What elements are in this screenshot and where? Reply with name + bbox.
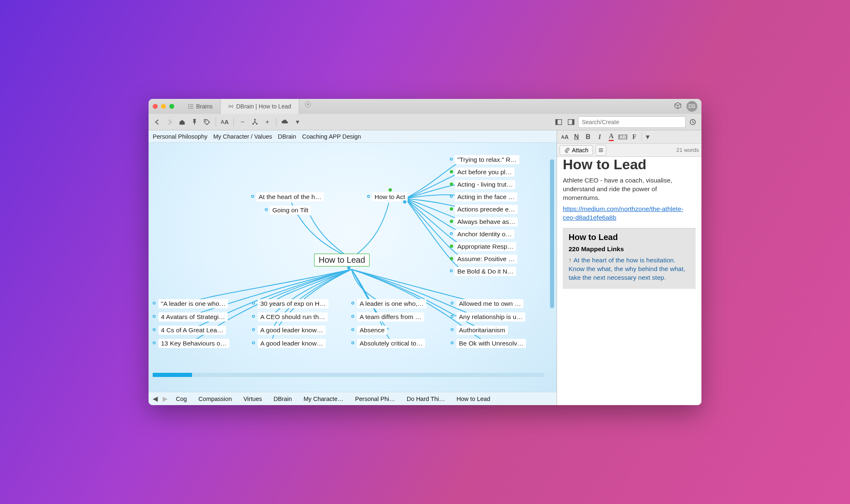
sibling-thought[interactable]: Act before you pl… xyxy=(455,168,514,177)
parent-thought[interactable]: How to Act xyxy=(372,192,408,202)
nav-forward-icon[interactable] xyxy=(164,117,175,127)
child-thought[interactable]: A good leader know… xyxy=(258,326,326,335)
pin-icon[interactable] xyxy=(189,117,200,127)
node-gate[interactable] xyxy=(351,302,354,305)
vertical-scrollbar[interactable] xyxy=(550,159,554,359)
history-item[interactable]: Virtues xyxy=(238,396,267,402)
node-gate[interactable] xyxy=(252,341,255,344)
node-gate[interactable] xyxy=(252,302,255,305)
sibling-thought[interactable]: Assume: Positive … xyxy=(455,254,517,264)
maximize-window[interactable] xyxy=(169,104,174,109)
child-thought[interactable]: Absolutely critical to… xyxy=(357,339,425,348)
notes-editor[interactable]: How to Lead Athlete CEO - have a coach, … xyxy=(557,157,701,405)
normal-style-icon[interactable]: N xyxy=(571,132,582,142)
child-thought[interactable]: Allowed me to own … xyxy=(456,299,523,308)
history-item[interactable]: Cog xyxy=(171,396,192,402)
brainbox-icon[interactable] xyxy=(673,102,682,111)
sibling-thought[interactable]: Appropriate Resp… xyxy=(455,242,516,251)
attach-button[interactable]: Attach xyxy=(559,145,593,155)
sibling-thought[interactable]: "Trying to relax." R… xyxy=(455,155,519,164)
node-gate[interactable] xyxy=(450,170,453,173)
breadcrumb-item[interactable]: Coaching APP Design xyxy=(302,133,361,140)
sibling-thought[interactable]: Always behave as… xyxy=(455,217,518,226)
menu-icon[interactable] xyxy=(595,145,606,156)
breadcrumb-item[interactable]: DBrain xyxy=(278,133,296,140)
child-thought[interactable]: 30 years of exp on H… xyxy=(258,299,329,308)
panel-right-icon[interactable] xyxy=(566,117,576,127)
dropdown-icon[interactable]: ▾ xyxy=(292,117,303,127)
tab-how-to-lead[interactable]: DBrain | How to Lead xyxy=(221,99,299,114)
text-size-icon[interactable]: AA xyxy=(219,117,230,127)
node-gate[interactable] xyxy=(450,195,453,198)
child-thought[interactable]: A leader is one who,… xyxy=(357,299,426,308)
child-thought[interactable]: "A leader is one who… xyxy=(158,299,228,308)
clock-icon[interactable] xyxy=(687,117,698,127)
node-gate[interactable] xyxy=(451,302,454,305)
sibling-thought[interactable]: Anchor Identity o… xyxy=(455,230,514,239)
history-back-icon[interactable]: ◀ xyxy=(151,395,159,403)
sibling-thought[interactable]: Acting - living trut… xyxy=(455,180,515,189)
collapse-icon[interactable]: − xyxy=(237,117,248,127)
child-thought[interactable]: Authoritarianism xyxy=(456,326,508,335)
child-thought[interactable]: Be Ok with Unresolv… xyxy=(456,339,526,348)
nav-back-icon[interactable] xyxy=(152,117,163,127)
graph-icon[interactable] xyxy=(250,117,260,127)
node-gate[interactable] xyxy=(389,188,392,192)
sibling-thought[interactable]: Actions precede e… xyxy=(455,205,518,214)
center-thought[interactable]: How to Lead xyxy=(314,254,370,266)
node-gate[interactable] xyxy=(265,208,268,211)
node-gate[interactable] xyxy=(251,195,254,198)
parent-thought[interactable]: At the heart of the h… xyxy=(256,192,324,202)
parent-thought[interactable]: Going on Tilt xyxy=(270,206,311,215)
history-item[interactable]: Compassion xyxy=(194,396,237,402)
font-icon[interactable]: F xyxy=(629,132,640,142)
highlight-icon[interactable]: AB xyxy=(617,132,628,142)
node-gate[interactable] xyxy=(351,328,354,331)
child-thought[interactable]: Absence xyxy=(357,326,387,335)
node-gate[interactable] xyxy=(153,341,156,344)
history-item[interactable]: DBrain xyxy=(269,396,297,402)
node-gate[interactable] xyxy=(347,266,351,269)
breadcrumb-item[interactable]: Personal Philosophy xyxy=(153,133,207,140)
breadcrumb-item[interactable]: My Character / Values xyxy=(213,133,272,140)
node-gate[interactable] xyxy=(451,341,454,344)
text-color-icon[interactable]: A xyxy=(606,132,617,142)
node-gate[interactable] xyxy=(451,315,454,318)
node-gate[interactable] xyxy=(451,328,454,331)
node-gate[interactable] xyxy=(403,200,406,204)
user-avatar[interactable]: DS xyxy=(687,101,697,112)
text-size-icon[interactable]: AA xyxy=(559,132,570,142)
node-gate[interactable] xyxy=(252,328,255,331)
node-gate[interactable] xyxy=(153,328,156,331)
history-forward-icon[interactable]: ▶ xyxy=(161,395,169,403)
node-gate[interactable] xyxy=(450,158,453,161)
horizontal-scrollbar[interactable] xyxy=(153,373,544,377)
child-thought[interactable]: 4 Cs of A Great Lea… xyxy=(158,326,226,335)
related-link-item[interactable]: ↑At the heart of the how is hesitation. … xyxy=(569,256,690,282)
cloud-icon[interactable] xyxy=(280,117,291,127)
tab-brains[interactable]: Brains xyxy=(180,99,221,114)
bold-icon[interactable]: B xyxy=(583,132,593,142)
sibling-thought[interactable]: Acting in the face … xyxy=(455,192,517,202)
italic-icon[interactable]: I xyxy=(594,132,605,142)
home-icon[interactable] xyxy=(177,117,187,127)
search-input[interactable] xyxy=(582,119,682,125)
search-field[interactable] xyxy=(578,116,686,128)
history-item[interactable]: How to Lead xyxy=(451,396,495,402)
format-dropdown-icon[interactable]: ▾ xyxy=(644,132,652,142)
history-item[interactable]: Personal Phi… xyxy=(350,396,400,402)
child-thought[interactable]: Any relationship is u… xyxy=(456,312,525,322)
minimize-window[interactable] xyxy=(161,104,166,109)
node-gate[interactable] xyxy=(153,302,156,305)
expand-icon[interactable]: + xyxy=(262,117,273,127)
node-gate[interactable] xyxy=(450,257,453,260)
node-gate[interactable] xyxy=(351,315,354,318)
child-thought[interactable]: A team differs from … xyxy=(357,312,424,322)
child-thought[interactable]: A CEO should run th… xyxy=(258,312,328,322)
node-gate[interactable] xyxy=(450,207,453,211)
node-gate[interactable] xyxy=(450,220,453,223)
new-tab-button[interactable] xyxy=(303,99,313,110)
history-item[interactable]: Do Hard Thi… xyxy=(402,396,450,402)
node-gate[interactable] xyxy=(450,232,453,235)
history-item[interactable]: My Characte… xyxy=(298,396,348,402)
